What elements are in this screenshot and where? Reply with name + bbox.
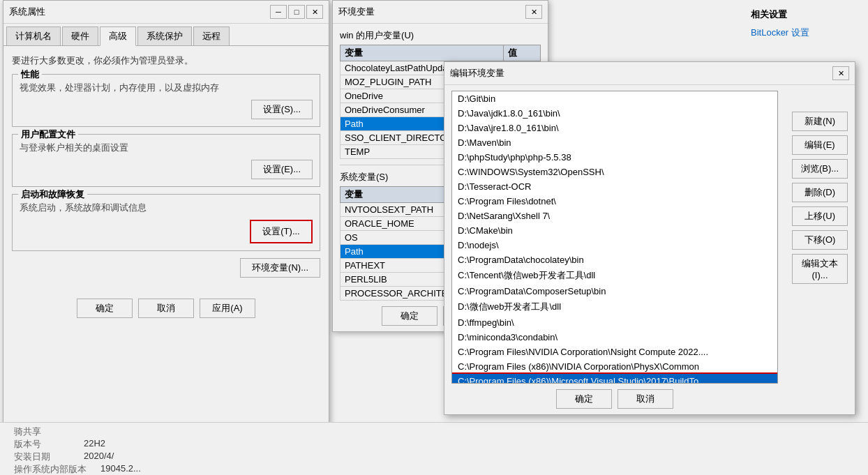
env-vars-button[interactable]: 环境变量(N)...	[240, 258, 320, 278]
sys-props-title-bar: 系统属性 ─ □ ✕	[3, 1, 329, 24]
user-col-val: 值	[503, 45, 540, 61]
path-list-item[interactable]: C:\Program Files\dotnet\	[452, 194, 777, 209]
env-title-bar: 环境变量 ✕	[333, 1, 548, 24]
taskbar-label-osbuild: 操作系统内部版本	[14, 463, 87, 475]
path-list-item[interactable]: D:\ffmpeg\bin\	[452, 315, 777, 330]
tab-advanced[interactable]: 高级	[100, 27, 136, 46]
apply-button[interactable]: 应用(A)	[200, 299, 255, 318]
performance-settings-button[interactable]: 设置(S)...	[251, 100, 313, 119]
edit-button[interactable]: 编辑(E)	[792, 135, 848, 155]
taskbar-row-3: 操作系统内部版本 19045.2...	[14, 463, 854, 475]
browse-button[interactable]: 浏览(B)...	[792, 159, 848, 179]
performance-desc: 视觉效果，处理器计划，内存使用，以及虚拟内存	[20, 82, 313, 94]
path-list-item[interactable]: D:\Java\jre1.8.0_161\bin\	[452, 121, 777, 135]
tab-bar: 计算机名 硬件 高级 系统保护 远程	[3, 24, 329, 46]
path-list-item[interactable]: D:\CMake\bin	[452, 223, 777, 238]
user-col-var: 变量	[341, 45, 504, 61]
delete-button[interactable]: 删除(D)	[792, 183, 848, 202]
edit-title-bar: 编辑环境变量 ✕	[444, 62, 855, 85]
taskbar-value-version: 22H2	[84, 438, 105, 451]
close-button[interactable]: ✕	[306, 5, 323, 19]
path-list-item[interactable]: C:\ProgramData\chocolatey\bin	[452, 252, 777, 267]
taskbar-row-2: 安装日期 2020/4/	[14, 451, 854, 463]
path-list-item[interactable]: D:\miniconda3\condabin\	[452, 330, 777, 345]
edit-path-list[interactable]: D:\Git\binD:\Java\jdk1.8.0_161\bin\D:\Ja…	[451, 91, 778, 384]
taskbar-value-install: 2020/4/	[84, 451, 114, 463]
path-list-item[interactable]: D:\nodejs\	[452, 238, 777, 252]
startup-label: 启动和故障恢复	[18, 188, 87, 201]
env-title: 环境变量	[338, 6, 375, 18]
edit-buttons-column: 新建(N) 编辑(E) 浏览(B)... 删除(D) 上移(U) 下移(O) 编…	[792, 112, 848, 284]
path-list-item[interactable]: C:\WINDOWS\System32\OpenSSH\	[452, 165, 777, 179]
new-button[interactable]: 新建(N)	[792, 112, 848, 131]
related-title: 相关设置	[751, 8, 860, 21]
user-vars-title: win 的用户变量(U)	[340, 29, 541, 42]
cancel-button[interactable]: 取消	[138, 299, 194, 318]
maximize-button[interactable]: □	[288, 5, 305, 19]
edit-title-controls: ✕	[832, 66, 849, 80]
path-list-item[interactable]: D:\微信web开发者工具\dll	[452, 299, 777, 315]
path-list-item[interactable]: D:\Git\bin	[452, 91, 777, 106]
user-profile-settings-button[interactable]: 设置(E)...	[251, 160, 313, 179]
env-close-button[interactable]: ✕	[525, 5, 542, 19]
path-list-item[interactable]: C:\Program Files\NVIDIA Corporation\Nsig…	[452, 345, 777, 359]
path-list-item[interactable]: D:\phpStudy\php\php-5.5.38	[452, 150, 777, 165]
tab-hardware[interactable]: 硬件	[62, 27, 98, 45]
path-list-item[interactable]: D:\Maven\bin	[452, 135, 777, 150]
path-list-item[interactable]: D:\NetSarang\Xshell 7\	[452, 209, 777, 223]
taskbar-label-version: 版本号	[14, 438, 70, 451]
sys-props-title: 系统属性	[9, 6, 45, 18]
edit-cancel-button[interactable]: 取消	[618, 389, 673, 409]
startup-section: 启动和故障恢复 系统启动，系统故障和调试信息 设置(T)...	[12, 194, 320, 251]
path-list-item[interactable]: D:\Java\jdk1.8.0_161\bin\	[452, 106, 777, 121]
startup-desc: 系统启动，系统故障和调试信息	[20, 202, 313, 214]
startup-settings-button[interactable]: 设置(T)...	[250, 220, 313, 243]
bitlocker-link[interactable]: BitLocker 设置	[751, 27, 809, 38]
edit-close-button[interactable]: ✕	[832, 66, 849, 80]
sys-props-content: 要进行大多数更改，你必须作为管理员登录。 性能 视觉效果，处理器计划，内存使用，…	[3, 46, 329, 326]
tab-computer-name[interactable]: 计算机名	[6, 27, 61, 45]
edit-title: 编辑环境变量	[450, 67, 504, 80]
edit-ok-button[interactable]: 确定	[556, 389, 612, 409]
move-down-button[interactable]: 下移(O)	[792, 230, 848, 250]
ok-button[interactable]: 确定	[77, 299, 133, 318]
taskbar-row-0: 骑共享	[14, 425, 854, 438]
path-list-item[interactable]: C:\Tencent\微信web开发者工具\dll	[452, 267, 777, 284]
taskbar-row-1: 版本号 22H2	[14, 438, 854, 451]
tab-remote[interactable]: 远程	[193, 27, 230, 45]
right-panel: 相关设置 BitLocker 设置	[742, 0, 868, 47]
taskbar-bottom: 骑共享 版本号 22H2 安装日期 2020/4/ 操作系统内部版本 19045…	[0, 422, 868, 475]
minimize-button[interactable]: ─	[270, 5, 287, 19]
path-list-item[interactable]: C:\Program Files (x86)\Microsoft Visual …	[452, 374, 777, 384]
env-title-controls: ✕	[525, 5, 542, 19]
performance-label: 性能	[18, 68, 42, 81]
user-profile-section: 用户配置文件 与登录帐户相关的桌面设置 设置(E)...	[12, 134, 320, 187]
env-ok-button[interactable]: 确定	[382, 306, 437, 326]
taskbar-label-install: 安装日期	[14, 451, 70, 463]
taskbar-label-0: 骑共享	[14, 425, 70, 438]
user-profile-desc: 与登录帐户相关的桌面设置	[20, 142, 313, 154]
taskbar-value-osbuild: 19045.2...	[100, 463, 141, 475]
edit-text-button[interactable]: 编辑文本(I)...	[792, 254, 848, 284]
tab-system-protection[interactable]: 系统保护	[137, 27, 192, 45]
path-list-item[interactable]: C:\ProgramData\ComposerSetup\bin	[452, 284, 777, 299]
edit-env-window: 编辑环境变量 ✕ D:\Git\binD:\Java\jdk1.8.0_161\…	[444, 61, 855, 415]
user-profile-label: 用户配置文件	[18, 128, 78, 141]
title-bar-controls: ─ □ ✕	[270, 5, 323, 19]
move-up-button[interactable]: 上移(U)	[792, 206, 848, 226]
path-list-item[interactable]: D:\Tesseract-OCR	[452, 179, 777, 194]
path-list-item[interactable]: C:\Program Files (x86)\NVIDIA Corporatio…	[452, 359, 777, 374]
info-text: 要进行大多数更改，你必须作为管理员登录。	[12, 54, 320, 67]
system-properties-window: 系统属性 ─ □ ✕ 计算机名 硬件 高级 系统保护 远程 要进行大多数更改，你…	[3, 0, 329, 432]
performance-section: 性能 视觉效果，处理器计划，内存使用，以及虚拟内存 设置(S)...	[12, 74, 320, 127]
